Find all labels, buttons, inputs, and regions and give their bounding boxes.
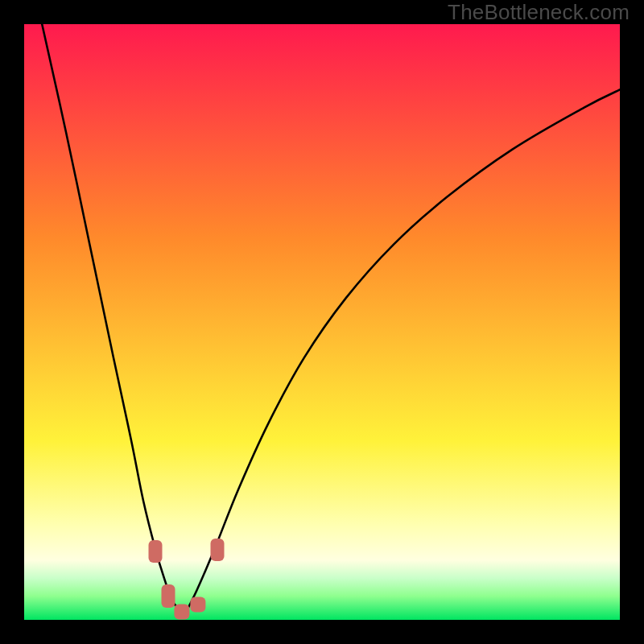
curve-left-branch — [42, 24, 185, 614]
watermark-text: TheBottleneck.com — [448, 0, 630, 25]
bottleneck-curve — [24, 24, 620, 620]
curve-right-branch — [185, 89, 620, 613]
chart-stage: TheBottleneck.com — [0, 0, 644, 644]
bead-bottom-left — [174, 604, 189, 619]
bead-left-lower — [162, 584, 175, 607]
bead-left-upper — [148, 540, 162, 563]
plot-area — [24, 24, 620, 620]
bead-bottom-right — [190, 597, 205, 612]
bead-right-upper — [210, 539, 224, 561]
